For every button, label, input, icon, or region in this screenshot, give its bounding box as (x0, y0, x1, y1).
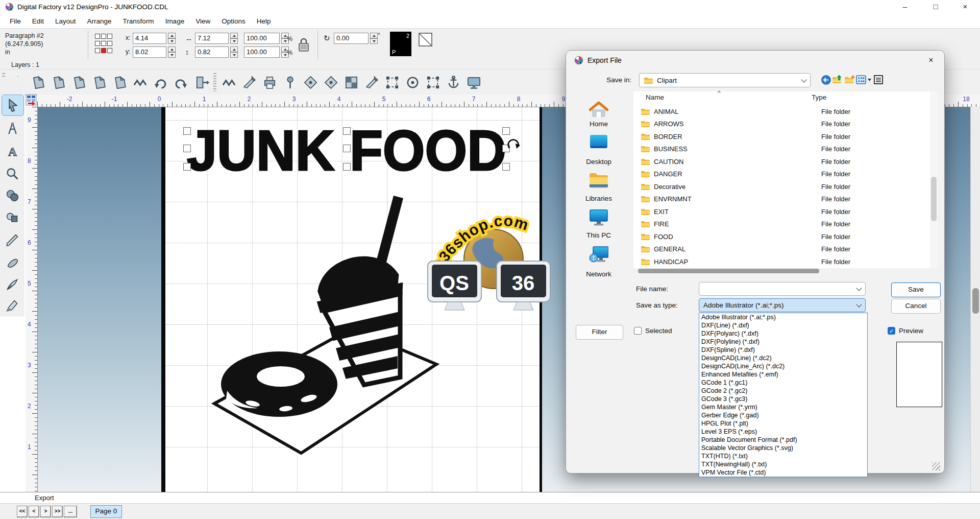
page-list-button[interactable]: ... (64, 506, 77, 517)
selection-handle[interactable] (502, 163, 510, 171)
registration-icon[interactable] (382, 72, 402, 92)
toolbar-grip[interactable] (213, 73, 216, 91)
file-name-input[interactable] (699, 282, 866, 296)
folder-row[interactable]: ANIMAL File folder (633, 105, 929, 118)
zoom-tool[interactable] (2, 163, 23, 184)
chisel-tool[interactable] (2, 296, 23, 316)
carve-icon[interactable] (321, 72, 341, 92)
type-option[interactable]: VPM Vector File (*.ctd) (699, 468, 867, 477)
quill-tool[interactable] (2, 274, 23, 294)
folder-row[interactable]: CAUTION File folder (633, 155, 929, 168)
clipart-junkfood[interactable] (204, 192, 444, 455)
rotate-handle-icon[interactable] (506, 137, 522, 152)
folder-row[interactable]: GENERAL File folder (633, 243, 929, 256)
sort-asc-icon[interactable]: ^ (718, 89, 721, 97)
column-header-name[interactable]: Name (646, 93, 664, 101)
anchor-grid-icon[interactable] (95, 34, 115, 53)
type-option[interactable]: Level 3 EPS (*.eps) (699, 428, 867, 436)
folder-row[interactable]: DANGER File folder (633, 168, 929, 181)
type-option[interactable]: GCode 3 (*.gc3) (699, 395, 867, 403)
back-icon[interactable] (821, 75, 831, 85)
scan-icon[interactable] (48, 72, 68, 92)
x-position-stepper[interactable]: 4.14 (133, 33, 176, 44)
type-option[interactable]: DXF(Spline) (*.dxf) (699, 346, 867, 354)
anchor-icon[interactable] (443, 72, 463, 92)
lock-aspect-icon[interactable] (296, 36, 311, 53)
type-option[interactable]: TXT(HTD) (*.txt) (699, 452, 867, 460)
stitch-icon[interactable] (130, 72, 150, 92)
previous-page-button[interactable]: < (29, 506, 39, 517)
minimize-button[interactable]: – (890, 0, 920, 14)
folder-row[interactable]: FIRE File folder (633, 218, 929, 231)
folder-row[interactable]: ARROWS File folder (633, 118, 929, 131)
no-fill-swatch[interactable] (419, 33, 432, 46)
type-option[interactable]: HPGL Plot (*.plt) (699, 419, 867, 428)
text-tool[interactable]: A (2, 141, 23, 161)
preview-checkbox[interactable]: ✓ (888, 327, 895, 335)
undo-icon[interactable] (150, 72, 170, 92)
maximize-button[interactable]: □ (921, 0, 950, 14)
cancel-button[interactable]: Cancel (891, 299, 941, 314)
shape-tool[interactable] (2, 185, 23, 206)
selection-handle[interactable] (183, 127, 191, 135)
first-page-button[interactable]: << (17, 506, 28, 517)
page-setup-icon[interactable] (26, 94, 37, 106)
menu-item[interactable]: Transform (117, 17, 160, 25)
brush-tool[interactable] (2, 252, 23, 272)
next-page-button[interactable]: > (40, 506, 51, 517)
type-option[interactable]: Enhanced Metafiles (*.emf) (699, 370, 867, 379)
type-option[interactable]: DXF(Polyline) (*.dxf) (699, 338, 867, 346)
selection-frame-icon[interactable] (423, 72, 443, 92)
copy-icon[interactable] (68, 72, 89, 92)
menu-item[interactable]: Layout (50, 17, 82, 25)
save-in-combobox[interactable]: Clipart (639, 73, 811, 87)
selection-handle[interactable] (343, 127, 351, 135)
node-edit-tool[interactable] (2, 207, 23, 228)
center-target-icon[interactable] (402, 72, 423, 92)
selection-handle[interactable] (343, 145, 351, 152)
type-option[interactable]: GCode 1 (*.gc1) (699, 379, 867, 387)
selection-handle[interactable] (183, 145, 191, 152)
folder-row[interactable]: EXIT File folder (633, 205, 929, 218)
preview-monitor-icon[interactable] (463, 72, 484, 92)
select-tool[interactable] (2, 95, 24, 116)
folder-row[interactable]: FOOD File folder (633, 230, 929, 243)
type-option[interactable]: DXF(Polyarc) (*.dxf) (699, 329, 867, 338)
folder-row[interactable]: ENVRNMNT File folder (633, 193, 929, 206)
page-tab[interactable]: Page 0 (90, 505, 122, 518)
paste-icon[interactable] (89, 72, 109, 92)
save-button[interactable]: Save (891, 282, 941, 297)
y-position-stepper[interactable]: 8.02 (133, 46, 176, 58)
folder-row[interactable]: BUSINESS File folder (633, 143, 929, 156)
type-option[interactable]: TXT(NewingHall) (*.txt) (699, 460, 867, 468)
rotation-stepper[interactable]: 0.00 (334, 33, 378, 44)
duplicate-icon[interactable] (109, 72, 130, 92)
type-option[interactable]: DXF(Line) (*.dxf) (699, 321, 867, 329)
color-swatch[interactable]: 2 P (390, 32, 411, 56)
folder-row[interactable]: BORDER File folder (633, 130, 929, 143)
trim-icon[interactable] (361, 72, 382, 92)
selection-handle[interactable] (343, 163, 351, 171)
menu-item[interactable]: Arrange (82, 17, 117, 25)
column-header-type[interactable]: Type (812, 93, 826, 101)
close-document-icon[interactable] (191, 72, 211, 92)
selected-checkbox[interactable] (634, 327, 642, 335)
selection-handle[interactable] (183, 163, 191, 171)
list-horizontal-scrollbar[interactable] (638, 269, 819, 273)
dialog-resize-grip[interactable] (932, 462, 940, 470)
pin-icon[interactable] (280, 72, 300, 92)
view-menu-icon[interactable] (856, 75, 871, 85)
scrollbar-thumb[interactable] (972, 288, 979, 314)
menu-item[interactable]: Image (160, 17, 190, 25)
measure-tool[interactable] (2, 119, 23, 139)
folder-row[interactable]: Decorative File folder (633, 180, 929, 193)
knife-icon[interactable] (239, 72, 259, 92)
menu-item[interactable]: Help (251, 17, 277, 25)
close-button[interactable]: × (950, 0, 980, 14)
list-vertical-scrollbar[interactable] (930, 91, 938, 268)
scale-x-stepper[interactable]: 100.00 (244, 33, 289, 44)
canvas-vertical-scrollbar[interactable] (970, 107, 980, 492)
pen-tool[interactable] (2, 230, 23, 250)
new-folder-icon[interactable] (844, 75, 855, 85)
folder-row[interactable]: HANDICAP File folder (633, 255, 929, 268)
